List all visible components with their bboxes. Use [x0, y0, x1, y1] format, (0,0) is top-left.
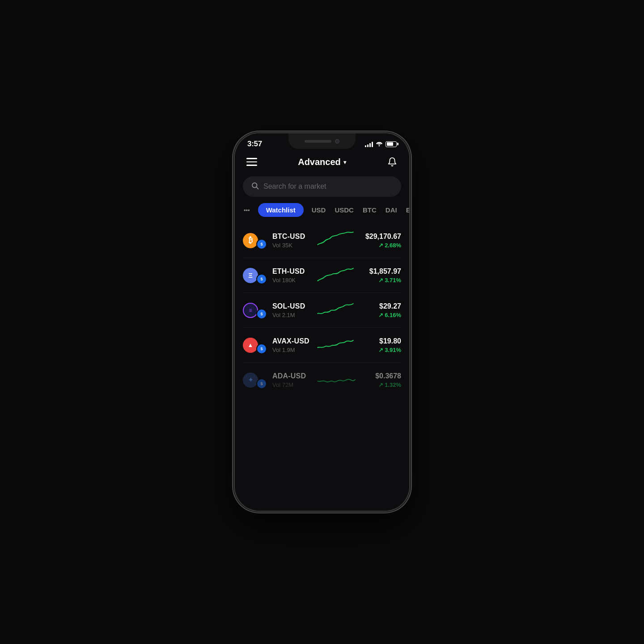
coin-secondary-sol: $: [256, 309, 267, 319]
price-change-avax: ↗ 3.91%: [361, 347, 401, 353]
tab-watchlist[interactable]: Watchlist: [258, 203, 304, 217]
market-pair-eth: ETH-USD: [272, 267, 310, 275]
search-bar[interactable]: Search for a market: [243, 176, 401, 197]
price-change-btc: ↗ 2.68%: [361, 242, 401, 249]
search-container: Search for a market: [235, 174, 409, 203]
coin-icons-eth: Ξ $: [243, 267, 267, 284]
market-vol-btc: Vol 35K: [272, 242, 310, 249]
chevron-down-icon: ▾: [343, 159, 346, 165]
coin-icons-sol: ≡ $: [243, 301, 267, 319]
coin-secondary-btc: $: [256, 239, 267, 250]
market-vol-avax: Vol 1.9M: [272, 347, 310, 353]
coin-primary-avax: ▲: [243, 338, 258, 353]
market-vol-sol: Vol 2.1M: [272, 312, 310, 318]
market-vol-eth: Vol 180K: [272, 277, 310, 284]
camera: [335, 139, 339, 144]
market-info-btc: BTC-USD Vol 35K: [272, 233, 310, 249]
search-placeholder: Search for a market: [263, 182, 326, 191]
battery-icon: [386, 141, 397, 147]
wifi-icon: [376, 141, 383, 147]
notch: [288, 133, 356, 149]
coin-icons-btc: ₿ $: [243, 232, 267, 250]
market-info-ada: ADA-USD Vol 72M: [272, 372, 310, 388]
signal-icon: [365, 141, 373, 147]
market-item-eth-usd[interactable]: Ξ $ ETH-USD Vol 180K $1,857.97 ↗ 3.71%: [243, 258, 401, 293]
tab-usd[interactable]: USD: [311, 203, 327, 216]
coin-primary-btc: ₿: [243, 233, 258, 248]
tab-usdc[interactable]: USDC: [334, 203, 355, 216]
coin-icons-ada: ✦ $: [243, 371, 267, 389]
market-item-sol-usd[interactable]: ≡ $ SOL-USD Vol 2.1M $29.27 ↗ 6.16%: [243, 293, 401, 328]
price-value-eth: $1,857.97: [361, 267, 401, 275]
market-pair-sol: SOL-USD: [272, 302, 310, 310]
market-price-avax: $19.80 ↗ 3.91%: [361, 337, 401, 353]
market-list: ₿ $ BTC-USD Vol 35K $29,170.67 ↗ 2.68%: [235, 223, 409, 511]
price-change-eth: ↗ 3.71%: [361, 277, 401, 284]
market-item-avax-usd[interactable]: ▲ $ AVAX-USD Vol 1.9M $19.80 ↗ 3.91%: [243, 328, 401, 363]
chart-sol: [315, 300, 356, 320]
price-value-avax: $19.80: [361, 337, 401, 345]
price-value-sol: $29.27: [361, 302, 401, 310]
tab-all[interactable]: •••: [243, 204, 251, 216]
chart-avax: [315, 335, 356, 355]
header-title-text: Advanced: [298, 157, 341, 167]
market-price-sol: $29.27 ↗ 6.16%: [361, 302, 401, 318]
coin-primary-sol: ≡: [243, 303, 258, 318]
coin-primary-ada: ✦: [243, 373, 258, 388]
phone-screen: 3:57: [235, 133, 409, 511]
tabs-container: ••• Watchlist USD USDC BTC DAI ETH: [235, 203, 409, 223]
price-change-sol: ↗ 6.16%: [361, 312, 401, 318]
tab-eth[interactable]: ETH: [405, 203, 409, 216]
market-vol-ada: Vol 72M: [272, 381, 310, 388]
price-value-btc: $29,170.67: [361, 233, 401, 241]
coin-secondary-avax: $: [256, 343, 267, 354]
svg-line-1: [256, 187, 258, 189]
coin-secondary-ada: $: [256, 378, 267, 389]
chart-ada: [315, 370, 356, 390]
speaker: [305, 140, 331, 143]
header-title-area[interactable]: Advanced ▾: [298, 157, 346, 167]
phone-frame: 3:57: [235, 133, 409, 511]
coin-icons-avax: ▲ $: [243, 336, 267, 354]
price-value-ada: $0.3678: [361, 372, 401, 380]
menu-button[interactable]: [245, 156, 259, 168]
coin-secondary-eth: $: [256, 274, 267, 284]
chart-eth: [315, 265, 356, 285]
market-info-eth: ETH-USD Vol 180K: [272, 267, 310, 284]
tab-dai[interactable]: DAI: [385, 203, 398, 216]
market-pair-ada: ADA-USD: [272, 372, 310, 380]
status-icons: [365, 141, 397, 147]
market-price-ada: $0.3678 ↗ 1.32%: [361, 372, 401, 388]
market-pair-avax: AVAX-USD: [272, 337, 310, 345]
header: Advanced ▾: [235, 151, 409, 174]
notification-button[interactable]: [385, 155, 399, 169]
market-item-ada-usd[interactable]: ✦ $ ADA-USD Vol 72M $0.3678 ↗ 1.32%: [243, 363, 401, 397]
price-change-ada: ↗ 1.32%: [361, 381, 401, 388]
market-info-sol: SOL-USD Vol 2.1M: [272, 302, 310, 318]
market-price-btc: $29,170.67 ↗ 2.68%: [361, 233, 401, 249]
market-item-btc-usd[interactable]: ₿ $ BTC-USD Vol 35K $29,170.67 ↗ 2.68%: [243, 223, 401, 258]
tab-btc[interactable]: BTC: [362, 203, 377, 216]
coin-primary-eth: Ξ: [243, 268, 258, 283]
status-time: 3:57: [247, 140, 262, 148]
market-info-avax: AVAX-USD Vol 1.9M: [272, 337, 310, 353]
chart-btc: [315, 230, 356, 250]
market-pair-btc: BTC-USD: [272, 233, 310, 241]
market-price-eth: $1,857.97 ↗ 3.71%: [361, 267, 401, 284]
search-icon: [251, 182, 259, 191]
